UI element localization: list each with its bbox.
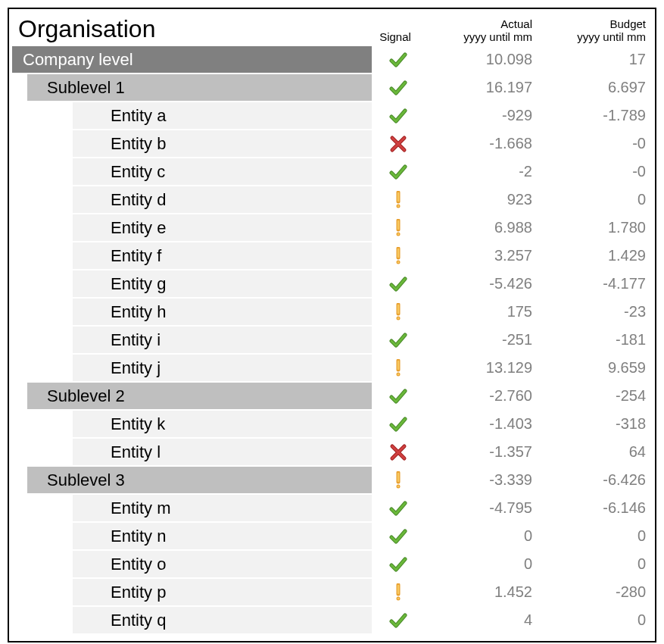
table-row[interactable]: Entity f3.2571.429 bbox=[12, 242, 652, 269]
row-label-cell: Entity i bbox=[12, 327, 372, 353]
row-label-cell: Entity h bbox=[12, 299, 372, 325]
row-label: Entity p bbox=[73, 579, 372, 605]
table-row[interactable]: Entity p1.452-280 bbox=[12, 579, 652, 605]
budget-value: 17 bbox=[538, 51, 652, 68]
check-icon bbox=[372, 555, 425, 574]
row-label-cell: Entity m bbox=[12, 495, 372, 521]
check-icon bbox=[372, 415, 425, 433]
actual-value: 13.129 bbox=[425, 359, 538, 377]
row-label-cell: Entity d bbox=[12, 186, 372, 213]
table-row[interactable]: Entity e6.9881.780 bbox=[12, 214, 652, 241]
cross-icon bbox=[372, 443, 425, 461]
warning-icon bbox=[372, 583, 425, 602]
actual-value: 923 bbox=[425, 191, 538, 208]
check-icon bbox=[372, 163, 425, 181]
row-label: Entity i bbox=[73, 327, 372, 353]
row-label: Entity g bbox=[73, 270, 372, 297]
check-icon bbox=[372, 79, 425, 97]
row-label: Entity n bbox=[73, 523, 372, 549]
actual-value: -929 bbox=[425, 107, 538, 124]
warning-icon bbox=[372, 219, 425, 237]
budget-value: 0 bbox=[538, 611, 652, 629]
row-label: Entity d bbox=[73, 186, 372, 213]
table-row[interactable]: Entity j13.1299.659 bbox=[12, 355, 652, 381]
row-label-cell: Entity a bbox=[12, 102, 372, 129]
budget-value: 64 bbox=[538, 443, 652, 461]
actual-value: -1.403 bbox=[425, 415, 538, 433]
table-row[interactable]: Entity m-4.795-6.146 bbox=[12, 495, 652, 521]
row-label-cell: Entity n bbox=[12, 523, 372, 549]
actual-value: -1.357 bbox=[425, 443, 538, 461]
table-row[interactable]: Entity k-1.403-318 bbox=[12, 411, 652, 437]
actual-value: 16.197 bbox=[425, 79, 538, 96]
column-header-actual-line1: Actual bbox=[500, 17, 532, 30]
row-label: Entity o bbox=[73, 551, 372, 577]
table-row[interactable]: Entity c-2-0 bbox=[12, 158, 652, 185]
budget-value: -1.789 bbox=[538, 107, 652, 124]
actual-value: 0 bbox=[425, 527, 538, 545]
column-header-budget-line1: Budget bbox=[609, 17, 646, 30]
budget-value: -280 bbox=[538, 583, 652, 601]
table-row[interactable]: Sublevel 3-3.339-6.426 bbox=[12, 467, 652, 493]
row-label: Entity b bbox=[73, 130, 372, 157]
table-row[interactable]: Entity n00 bbox=[12, 523, 652, 549]
table-row[interactable]: Entity a-929-1.789 bbox=[12, 102, 652, 129]
actual-value: 175 bbox=[425, 303, 538, 320]
column-header-signal: Signal bbox=[372, 30, 425, 43]
row-label-cell: Entity q bbox=[12, 607, 372, 633]
row-label-cell: Entity c bbox=[12, 158, 372, 185]
column-header-actual-line2: yyyy until mm bbox=[463, 30, 532, 43]
check-icon bbox=[372, 499, 425, 517]
budget-value: -6.426 bbox=[538, 471, 652, 489]
actual-value: 1.452 bbox=[425, 583, 538, 601]
cross-icon bbox=[372, 135, 425, 153]
table-row[interactable]: Entity q40 bbox=[12, 607, 652, 633]
row-label-cell: Entity b bbox=[12, 130, 372, 157]
row-label: Entity k bbox=[73, 411, 372, 437]
table-row[interactable]: Sublevel 2-2.760-254 bbox=[12, 383, 652, 409]
row-label: Entity f bbox=[73, 242, 372, 269]
budget-value: -6.146 bbox=[538, 499, 652, 517]
actual-value: -3.339 bbox=[425, 471, 538, 489]
table-row[interactable]: Company level10.09817 bbox=[12, 46, 652, 73]
row-label-cell: Entity e bbox=[12, 214, 372, 241]
row-label: Company level bbox=[12, 46, 372, 73]
table-row[interactable]: Entity d9230 bbox=[12, 186, 652, 213]
actual-value: 0 bbox=[425, 555, 538, 573]
actual-value: -4.795 bbox=[425, 499, 538, 517]
column-header-budget-line2: yyyy until mm bbox=[577, 30, 646, 43]
row-label-cell: Entity j bbox=[12, 355, 372, 381]
table-row[interactable]: Entity b-1.668-0 bbox=[12, 130, 652, 157]
table-row[interactable]: Entity l-1.35764 bbox=[12, 439, 652, 465]
row-label: Entity c bbox=[73, 158, 372, 185]
table-row[interactable]: Entity h175-23 bbox=[12, 299, 652, 325]
row-label-cell: Entity l bbox=[12, 439, 372, 465]
row-label-cell: Entity f bbox=[12, 242, 372, 269]
row-label: Entity h bbox=[73, 299, 372, 325]
actual-value: 3.257 bbox=[425, 247, 538, 264]
budget-value: 1.780 bbox=[538, 219, 652, 236]
budget-value: -23 bbox=[538, 303, 652, 320]
warning-icon bbox=[372, 247, 425, 265]
actual-value: -5.426 bbox=[425, 275, 538, 292]
report-container: Organisation Signal Actual yyyy until mm… bbox=[8, 8, 656, 642]
check-icon bbox=[372, 387, 425, 405]
row-label-cell: Sublevel 2 bbox=[12, 383, 372, 409]
row-label: Sublevel 1 bbox=[27, 74, 372, 101]
table-row[interactable]: Entity i-251-181 bbox=[12, 327, 652, 353]
column-header-actual: Actual yyyy until mm bbox=[425, 17, 538, 43]
row-label-cell: Sublevel 3 bbox=[12, 467, 372, 493]
check-icon bbox=[372, 51, 425, 69]
budget-value: 9.659 bbox=[538, 359, 652, 377]
check-icon bbox=[372, 275, 425, 293]
row-label: Entity m bbox=[73, 495, 372, 521]
budget-value: 0 bbox=[538, 555, 652, 573]
actual-value: 4 bbox=[425, 611, 538, 629]
warning-icon bbox=[372, 359, 425, 377]
table-row[interactable]: Entity g-5.426-4.177 bbox=[12, 270, 652, 297]
row-label-cell: Sublevel 1 bbox=[12, 74, 372, 101]
table-row[interactable]: Entity o00 bbox=[12, 551, 652, 577]
table-row[interactable]: Sublevel 116.1976.697 bbox=[12, 74, 652, 101]
row-label: Sublevel 2 bbox=[27, 383, 372, 409]
check-icon bbox=[372, 331, 425, 349]
